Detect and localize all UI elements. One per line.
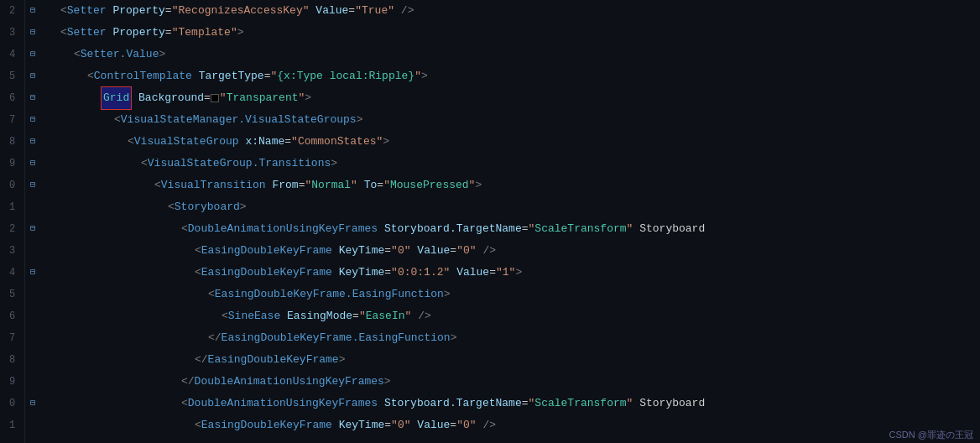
code-token-angle: <	[195, 262, 201, 284]
line-number: 8	[0, 131, 24, 153]
code-token-attr-name: Value	[417, 240, 450, 262]
code-token-quote: "	[355, 0, 362, 22]
line-number: 1	[0, 196, 24, 218]
code-token-attr-name: Storyboard.TargetName	[384, 393, 522, 414]
fold-button[interactable]: ⊟	[25, 22, 40, 44]
code-line: <VisualTransition From="Normal" To="Mous…	[47, 175, 973, 196]
code-token-equals: =	[299, 175, 305, 196]
code-token-angle: <	[222, 305, 228, 327]
fold-button[interactable]: ⊟	[25, 218, 40, 240]
code-token-attr-name: KeyTime	[339, 414, 385, 436]
code-line: <Setter Property="Template">	[47, 22, 973, 44]
code-token-attr-value: Template	[178, 22, 230, 44]
code-token-angle: <	[128, 131, 134, 153]
code-token-tag: EasingDoubleKeyFrame	[201, 240, 332, 262]
code-token-quote: "	[172, 0, 179, 22]
editor-container: 23456789012345678901 ⊟⊟⊟⊟⊟⊟⊟⊟⊟⊟⊟⊟ <Sette…	[0, 0, 980, 443]
code-token-equals: =	[165, 22, 172, 44]
code-token-angle: <	[114, 109, 121, 131]
fold-button[interactable]: ⊟	[25, 153, 40, 175]
code-token-quote: "	[456, 240, 463, 262]
code-token-equals: =	[384, 240, 391, 262]
code-token-attr-value: 0	[398, 240, 404, 262]
code-token-quote: "	[444, 262, 451, 284]
code-token-tag: VisualStateManager.VisualStateGroups	[121, 109, 357, 131]
code-token-quote: "	[391, 240, 398, 262]
code-token-tag: SineEase	[228, 305, 280, 327]
line-numbers: 23456789012345678901	[0, 0, 25, 443]
code-token-attr-name: KeyTime	[339, 262, 385, 284]
code-line: <Storyboard>	[47, 196, 973, 218]
code-token-tag: Setter	[67, 0, 107, 22]
code-token-equals: =	[165, 0, 172, 22]
fold-button[interactable]: ⊟	[25, 87, 40, 109]
line-number: 5	[0, 284, 24, 305]
code-token-tag: Setter.Value	[81, 44, 159, 65]
fold-button[interactable]: ⊟	[25, 44, 40, 65]
fold-button	[25, 284, 40, 305]
code-token-tag: ControlTemplate	[94, 65, 192, 87]
code-token-quote: "	[414, 65, 421, 87]
code-token-attr-name: Value	[417, 414, 450, 436]
code-token-quote: "	[303, 0, 310, 22]
line-number: 8	[0, 349, 24, 371]
code-area[interactable]: <Setter Property="RecognizesAccessKey" V…	[40, 0, 980, 443]
code-token-attr-value: 1	[503, 262, 509, 284]
fold-button[interactable]: ⊟	[25, 393, 40, 414]
code-line: <EasingDoubleKeyFrame KeyTime="0" Value=…	[47, 414, 973, 436]
code-line: </EasingDoubleKeyFrame.EasingFunction>	[47, 327, 973, 349]
line-number: 6	[0, 305, 24, 327]
code-token-attr-name: To	[364, 175, 378, 196]
code-token-attr-value-cyan: ScaleTransform	[534, 393, 626, 414]
code-token-attr-value-cyan: {x:Type local:Ripple}	[277, 65, 414, 87]
fold-button[interactable]: ⊟	[25, 131, 40, 153]
code-token-quote: "	[529, 393, 535, 414]
code-token-quote: "	[391, 414, 398, 436]
code-line: <Setter Property="RecognizesAccessKey" V…	[47, 0, 973, 22]
code-token-angle: <	[154, 175, 161, 196]
code-token-quote: "	[529, 218, 535, 240]
code-token-equals: =	[489, 262, 496, 284]
code-token-attr-value: 0	[463, 240, 470, 262]
code-token-angle: <	[141, 153, 148, 175]
fold-button[interactable]: ⊟	[25, 65, 40, 87]
code-token-attr-name: Value	[456, 262, 489, 284]
code-token-tag: DoubleAnimationUsingKeyFrames	[188, 393, 378, 414]
code-token-equals: =	[284, 131, 291, 153]
code-token-quote: "	[359, 305, 366, 327]
code-token-angle-close: >	[451, 327, 457, 349]
code-token-equals: =	[377, 175, 383, 196]
code-token-angle-close: >	[421, 65, 428, 87]
code-token-tag: DoubleAnimationUsingKeyFrames	[195, 371, 384, 393]
code-token-angle: <	[60, 0, 67, 22]
fold-button[interactable]: ⊟	[25, 0, 40, 22]
line-number: 9	[0, 153, 24, 175]
code-line: <VisualStateGroup.Transitions>	[47, 153, 973, 175]
line-number: 4	[0, 44, 24, 65]
code-token-quote: "	[456, 414, 463, 436]
fold-button	[25, 414, 40, 436]
line-number: 0	[0, 393, 24, 414]
code-token-quote: "	[291, 131, 298, 153]
line-number: 2	[0, 0, 24, 22]
line-number: 3	[0, 22, 24, 44]
code-token-tag: Setter	[67, 22, 107, 44]
code-token-angle: <	[181, 393, 188, 414]
fold-button	[25, 327, 40, 349]
fold-button[interactable]: ⊟	[25, 109, 40, 131]
code-token-attr-value-cyan: ScaleTransform	[534, 218, 626, 240]
code-token-tag: EasingDoubleKeyFrame.EasingFunction	[215, 284, 444, 305]
code-token-attr-value-cyan: EaseIn	[366, 305, 405, 327]
line-number: 5	[0, 65, 24, 87]
fold-button	[25, 371, 40, 393]
code-token-angle: <	[208, 284, 215, 305]
code-token-quote: "	[405, 305, 412, 327]
code-token-attr-name: From	[272, 175, 298, 196]
code-line: </EasingDoubleKeyFrame>	[47, 349, 973, 371]
code-token-quote: "	[391, 262, 398, 284]
fold-button[interactable]: ⊟	[25, 262, 40, 284]
code-token-quote: "	[627, 218, 633, 240]
code-token-tag: VisualStateGroup	[134, 131, 239, 153]
fold-button[interactable]: ⊟	[25, 175, 40, 196]
code-token-slash-angle: />	[418, 305, 431, 327]
